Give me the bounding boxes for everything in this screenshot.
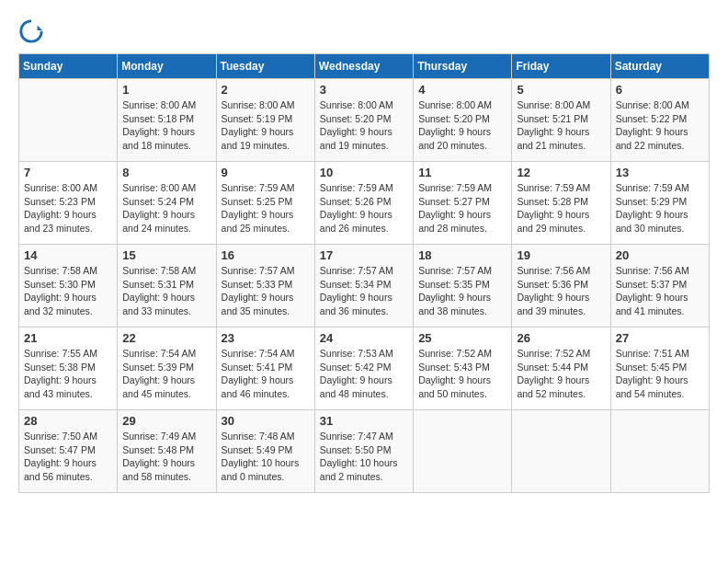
calendar-cell: 7Sunrise: 8:00 AMSunset: 5:23 PMDaylight… [19,162,118,245]
day-number: 22 [122,331,210,345]
day-number: 2 [222,83,310,97]
day-number: 14 [24,248,112,262]
calendar-table: SundayMondayTuesdayWednesdayThursdayFrid… [18,53,710,493]
day-number: 24 [320,331,408,345]
calendar-cell [610,410,709,493]
day-info: Sunrise: 7:51 AMSunset: 5:45 PMDaylight:… [616,347,704,401]
calendar-cell: 23Sunrise: 7:54 AMSunset: 5:41 PMDayligh… [216,327,314,410]
day-number: 11 [418,166,506,179]
day-info: Sunrise: 7:49 AMSunset: 5:48 PMDaylight:… [122,430,210,484]
calendar-cell: 4Sunrise: 8:00 AMSunset: 5:20 PMDaylight… [414,79,512,162]
calendar-cell: 3Sunrise: 8:00 AMSunset: 5:20 PMDaylight… [314,79,413,162]
day-number: 28 [24,414,112,428]
day-number: 20 [616,248,704,262]
calendar-cell: 16Sunrise: 7:57 AMSunset: 5:33 PMDayligh… [216,245,314,327]
day-info: Sunrise: 7:53 AMSunset: 5:42 PMDaylight:… [320,347,408,401]
day-info: Sunrise: 7:55 AMSunset: 5:38 PMDaylight:… [24,347,112,401]
col-header-saturday: Saturday [610,54,709,79]
day-number: 26 [517,331,605,345]
day-number: 21 [24,331,112,345]
day-number: 3 [320,83,408,97]
day-info: Sunrise: 8:00 AMSunset: 5:19 PMDaylight:… [222,98,310,153]
day-info: Sunrise: 7:47 AMSunset: 5:50 PMDaylight:… [320,430,408,484]
day-number: 9 [222,166,310,179]
day-number: 19 [517,248,605,262]
calendar-cell: 18Sunrise: 7:57 AMSunset: 5:35 PMDayligh… [414,245,512,327]
day-number: 12 [517,166,605,179]
calendar-week-row: 1Sunrise: 8:00 AMSunset: 5:18 PMDaylight… [19,79,710,162]
day-info: Sunrise: 7:59 AMSunset: 5:29 PMDaylight:… [616,181,704,236]
logo [18,18,48,44]
col-header-friday: Friday [512,54,610,79]
calendar-cell: 30Sunrise: 7:48 AMSunset: 5:49 PMDayligh… [216,410,314,493]
day-number: 27 [616,331,704,345]
col-header-thursday: Thursday [414,54,512,79]
calendar-cell: 6Sunrise: 8:00 AMSunset: 5:22 PMDaylight… [610,79,709,162]
day-number: 17 [320,248,408,262]
day-number: 8 [122,166,210,179]
day-number: 6 [616,83,704,97]
day-number: 13 [616,166,704,179]
calendar-cell [414,410,512,493]
calendar-cell: 25Sunrise: 7:52 AMSunset: 5:43 PMDayligh… [414,327,512,410]
day-info: Sunrise: 8:00 AMSunset: 5:22 PMDaylight:… [616,98,704,153]
day-info: Sunrise: 8:00 AMSunset: 5:23 PMDaylight:… [24,181,112,236]
day-info: Sunrise: 7:58 AMSunset: 5:31 PMDaylight:… [122,264,210,318]
day-info: Sunrise: 7:57 AMSunset: 5:33 PMDaylight:… [222,264,310,318]
calendar-cell: 17Sunrise: 7:57 AMSunset: 5:34 PMDayligh… [314,245,413,327]
day-info: Sunrise: 7:59 AMSunset: 5:25 PMDaylight:… [222,181,310,236]
day-info: Sunrise: 7:54 AMSunset: 5:39 PMDaylight:… [122,347,210,401]
calendar-week-row: 21Sunrise: 7:55 AMSunset: 5:38 PMDayligh… [19,327,710,410]
calendar-cell: 12Sunrise: 7:59 AMSunset: 5:28 PMDayligh… [512,162,610,245]
calendar-cell: 22Sunrise: 7:54 AMSunset: 5:39 PMDayligh… [118,327,216,410]
calendar-cell: 1Sunrise: 8:00 AMSunset: 5:18 PMDaylight… [118,79,216,162]
day-info: Sunrise: 7:48 AMSunset: 5:49 PMDaylight:… [222,430,310,484]
calendar-header-row: SundayMondayTuesdayWednesdayThursdayFrid… [19,54,710,79]
calendar-cell: 2Sunrise: 8:00 AMSunset: 5:19 PMDaylight… [216,79,314,162]
col-header-wednesday: Wednesday [314,54,413,79]
day-number: 10 [320,166,408,179]
day-info: Sunrise: 7:52 AMSunset: 5:44 PMDaylight:… [517,347,605,401]
day-number: 5 [517,83,605,97]
calendar-cell: 13Sunrise: 7:59 AMSunset: 5:29 PMDayligh… [610,162,709,245]
logo-icon [18,18,44,44]
day-number: 4 [418,83,506,97]
day-info: Sunrise: 7:54 AMSunset: 5:41 PMDaylight:… [222,347,310,401]
calendar-cell: 27Sunrise: 7:51 AMSunset: 5:45 PMDayligh… [610,327,709,410]
calendar-cell: 9Sunrise: 7:59 AMSunset: 5:25 PMDaylight… [216,162,314,245]
day-info: Sunrise: 7:57 AMSunset: 5:34 PMDaylight:… [320,264,408,318]
day-info: Sunrise: 7:57 AMSunset: 5:35 PMDaylight:… [418,264,506,318]
col-header-sunday: Sunday [19,54,118,79]
day-info: Sunrise: 7:58 AMSunset: 5:30 PMDaylight:… [24,264,112,318]
day-number: 7 [24,166,112,179]
calendar-cell: 21Sunrise: 7:55 AMSunset: 5:38 PMDayligh… [19,327,118,410]
day-info: Sunrise: 8:00 AMSunset: 5:18 PMDaylight:… [122,98,210,153]
day-info: Sunrise: 7:59 AMSunset: 5:26 PMDaylight:… [320,181,408,236]
day-info: Sunrise: 7:52 AMSunset: 5:43 PMDaylight:… [418,347,506,401]
day-info: Sunrise: 7:56 AMSunset: 5:36 PMDaylight:… [517,264,605,318]
day-number: 18 [418,248,506,262]
day-info: Sunrise: 7:59 AMSunset: 5:27 PMDaylight:… [418,181,506,236]
calendar-cell: 10Sunrise: 7:59 AMSunset: 5:26 PMDayligh… [314,162,413,245]
day-number: 31 [320,414,408,428]
calendar-cell: 28Sunrise: 7:50 AMSunset: 5:47 PMDayligh… [19,410,118,493]
calendar-cell: 24Sunrise: 7:53 AMSunset: 5:42 PMDayligh… [314,327,413,410]
calendar-cell: 14Sunrise: 7:58 AMSunset: 5:30 PMDayligh… [19,245,118,327]
day-number: 16 [222,248,310,262]
calendar-cell: 20Sunrise: 7:56 AMSunset: 5:37 PMDayligh… [610,245,709,327]
day-info: Sunrise: 8:00 AMSunset: 5:20 PMDaylight:… [418,98,506,153]
day-number: 25 [418,331,506,345]
col-header-monday: Monday [118,54,216,79]
calendar-week-row: 28Sunrise: 7:50 AMSunset: 5:47 PMDayligh… [19,410,710,493]
day-number: 1 [122,83,210,97]
page-header [18,18,710,44]
calendar-cell: 26Sunrise: 7:52 AMSunset: 5:44 PMDayligh… [512,327,610,410]
calendar-cell: 5Sunrise: 8:00 AMSunset: 5:21 PMDaylight… [512,79,610,162]
day-info: Sunrise: 8:00 AMSunset: 5:21 PMDaylight:… [517,98,605,153]
svg-marker-0 [38,25,43,30]
day-info: Sunrise: 8:00 AMSunset: 5:24 PMDaylight:… [122,181,210,236]
day-number: 30 [222,414,310,428]
calendar-cell: 15Sunrise: 7:58 AMSunset: 5:31 PMDayligh… [118,245,216,327]
calendar-cell: 29Sunrise: 7:49 AMSunset: 5:48 PMDayligh… [118,410,216,493]
calendar-week-row: 7Sunrise: 8:00 AMSunset: 5:23 PMDaylight… [19,162,710,245]
